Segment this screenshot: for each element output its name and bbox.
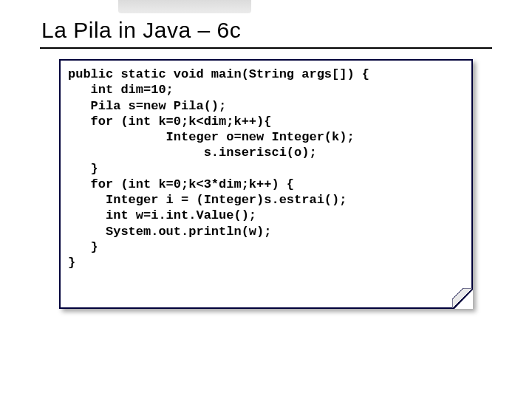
- code-block: public static void main(String args[]) {…: [68, 66, 464, 270]
- svg-marker-2: [452, 288, 473, 309]
- page-curl-icon: [452, 288, 473, 309]
- top-decoration: [118, 0, 251, 13]
- code-box: public static void main(String args[]) {…: [59, 59, 473, 309]
- slide-title: La Pila in Java – 6c: [41, 18, 241, 43]
- slide: La Pila in Java – 6c public static void …: [0, 0, 532, 399]
- svg-marker-0: [452, 288, 473, 309]
- svg-marker-1: [452, 288, 473, 309]
- title-underline: [40, 47, 492, 49]
